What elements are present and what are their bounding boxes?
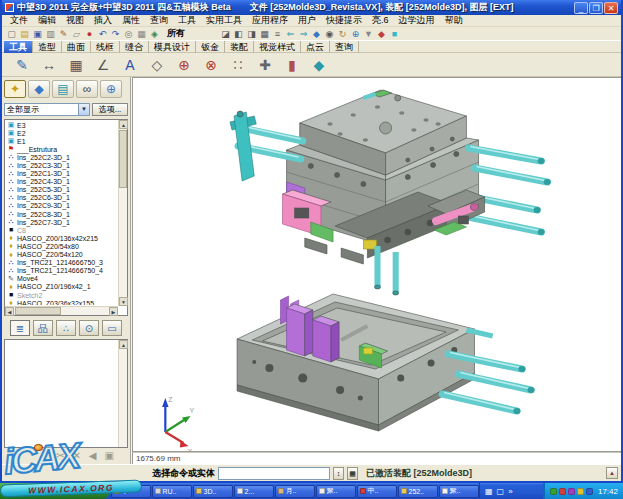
chevron-down-icon[interactable]: ▼ [78, 104, 89, 115]
text-tool-icon[interactable]: A [120, 55, 140, 75]
tree-item[interactable]: E2 [7, 129, 117, 137]
rotate-view-icon[interactable]: ↻ [336, 28, 349, 40]
dimension-tool-icon[interactable]: ↔ [39, 55, 59, 75]
zoom-window-icon[interactable]: ◉ [323, 28, 336, 40]
sketch-tool-icon[interactable]: ✎ [12, 55, 32, 75]
viewport-canvas[interactable]: Z Y X [133, 78, 621, 451]
tree-item[interactable]: ___Estrutura [7, 145, 117, 153]
menu-item[interactable]: 插入 [89, 14, 117, 27]
tree-item[interactable]: HASCO_Z20/54x80 [7, 242, 117, 250]
close-button[interactable]: ✕ [604, 2, 618, 14]
layers-icon[interactable]: ≡ [271, 28, 284, 40]
tree-item[interactable]: Ins_252C4-3D_1 [7, 178, 117, 186]
menu-item[interactable]: 工具 [173, 14, 201, 27]
tree-hierarchy-mode-button[interactable]: 品 [33, 320, 53, 336]
section-mode-icon[interactable]: ◨ [245, 28, 258, 40]
tree-graph-mode-button[interactable]: ∴ [56, 320, 76, 336]
tree-item[interactable]: Ins_252C3-3D_1 [7, 161, 117, 169]
command-input[interactable] [218, 467, 330, 480]
minimize-button[interactable]: _ [574, 2, 588, 14]
menu-item[interactable]: 编辑 [33, 14, 61, 27]
message-scroll-up-button[interactable]: ▲ [606, 467, 618, 479]
axis-tool-icon[interactable]: ✚ [255, 55, 275, 75]
tree-vertical-scrollbar[interactable]: ▲ ▼ [118, 120, 127, 306]
scroll-left-icon[interactable]: ◀ [5, 307, 14, 316]
redo-icon[interactable]: ↷ [109, 28, 122, 40]
assembly-manager-icon[interactable]: ◆ [28, 80, 50, 98]
tree-item[interactable]: Ins_TRC21_1214666750_4 [7, 267, 117, 275]
graphics-viewport[interactable]: Z Y X [132, 77, 621, 452]
flag-cyan-icon[interactable]: ■ [388, 28, 401, 40]
tree-item[interactable]: C8 [7, 226, 117, 234]
gauge-tool-icon[interactable]: ▮ [282, 55, 302, 75]
prev-view-icon[interactable]: ⇐ [284, 28, 297, 40]
fit-view-icon[interactable]: ◪ [219, 28, 232, 40]
flag-red-icon[interactable]: ◆ [375, 28, 388, 40]
menu-item[interactable]: 文件 [5, 14, 33, 27]
tree-item[interactable]: Ins_252C2-3D_1 [7, 153, 117, 161]
save-view-icon[interactable]: ▼ [362, 28, 375, 40]
scrollbar-thumb[interactable] [15, 307, 61, 315]
wireframe-mode-icon[interactable]: ▦ [258, 28, 271, 40]
open-icon[interactable]: ▤ [18, 28, 31, 40]
ribbon-tab[interactable]: 缝合 [120, 41, 149, 53]
scrollbar-thumb[interactable] [119, 130, 127, 188]
ribbon-tab[interactable]: 钣金 [196, 41, 225, 53]
pattern-tool-icon[interactable]: ▦ [66, 55, 86, 75]
maximize-button[interactable]: ❐ [589, 2, 603, 14]
quick-more-icon[interactable]: » [508, 487, 512, 496]
box-icon[interactable]: ▣ [104, 450, 113, 461]
ribbon-tab[interactable]: 模具设计 [149, 41, 196, 53]
titlebar[interactable]: 中望3D 2011 完全版+中望3D 2011 四&五轴模块 Beta 文件 [… [2, 0, 621, 15]
start-button[interactable] [0, 483, 110, 499]
tray-icon-2[interactable] [559, 488, 566, 495]
menu-item[interactable]: 边学边用 [394, 14, 440, 27]
delete-icon[interactable]: ✕ [72, 450, 80, 461]
ribbon-tab[interactable]: 装配 [225, 41, 254, 53]
menu-item[interactable]: 快捷提示 [321, 14, 367, 27]
taskbar-window-button[interactable]: 中.. [357, 485, 397, 498]
tree-item[interactable]: Ins_252C5-3D_1 [7, 186, 117, 194]
print-icon[interactable]: ▥ [44, 28, 57, 40]
scroll-up-icon[interactable]: ▲ [119, 120, 128, 129]
insert-tool-icon[interactable]: ⊕ [174, 55, 194, 75]
upper-mold-assembly[interactable] [230, 90, 551, 295]
selector-icon[interactable]: ◎ [122, 28, 135, 40]
ribbon-tab[interactable]: 造型 [33, 41, 62, 53]
taskbar-window-button[interactable]: 3D.. [193, 485, 233, 498]
scroll-down-icon[interactable]: ▼ [119, 297, 128, 306]
tree-item[interactable]: Ins_252C6-3D_1 [7, 194, 117, 202]
globe-view-icon[interactable]: ⊕ [349, 28, 362, 40]
tree-list-mode-button[interactable]: ≣ [10, 320, 30, 336]
tree-item[interactable]: Ins_252C1-3D_1 [7, 170, 117, 178]
view-manager-icon[interactable]: ⊕ [100, 80, 122, 98]
stamp-icon[interactable]: ◈ [148, 28, 161, 40]
cut-icon[interactable]: ✂ [56, 450, 64, 461]
pointgrid-tool-icon[interactable]: ∷ [228, 55, 248, 75]
taskbar-window-button[interactable]: 252.. [398, 485, 438, 498]
menu-item[interactable]: 帮助 [440, 14, 468, 27]
menu-item[interactable]: 应用程序 [247, 14, 293, 27]
quick-grid-icon[interactable]: ▦ [485, 487, 493, 496]
iso-view-icon[interactable]: ◆ [310, 28, 323, 40]
menu-item[interactable]: 查询 [145, 14, 173, 27]
tray-icon-1[interactable] [550, 488, 557, 495]
tray-icon-4[interactable] [577, 488, 584, 495]
layer-manager-icon[interactable]: ▤ [52, 80, 74, 98]
undo-icon[interactable]: ↶ [96, 28, 109, 40]
curve-tool-icon[interactable]: ◇ [147, 55, 167, 75]
shade-mode-icon[interactable]: ◧ [232, 28, 245, 40]
tree-item[interactable]: HASCO_Z20/54x120 [7, 251, 117, 259]
record-icon[interactable]: ● [83, 28, 96, 40]
tree-blank-mode-button[interactable]: ▭ [102, 320, 122, 336]
tree-preview-mode-button[interactable]: ⊙ [79, 320, 99, 336]
tray-icon-3[interactable] [568, 488, 575, 495]
remove-tool-icon[interactable]: ⊗ [201, 55, 221, 75]
menu-item[interactable]: 用户 [293, 14, 321, 27]
pen-icon[interactable]: ✎ [57, 28, 70, 40]
ribbon-tab[interactable]: 工具 [4, 41, 33, 53]
tree-item[interactable]: HASCO_Z03/36x32x155 [7, 299, 117, 305]
taskbar-window-button[interactable]: 李.. [111, 485, 151, 498]
tree-horizontal-scrollbar[interactable]: ◀ ▶ [5, 306, 118, 315]
menu-item[interactable]: 实用工具 [201, 14, 247, 27]
